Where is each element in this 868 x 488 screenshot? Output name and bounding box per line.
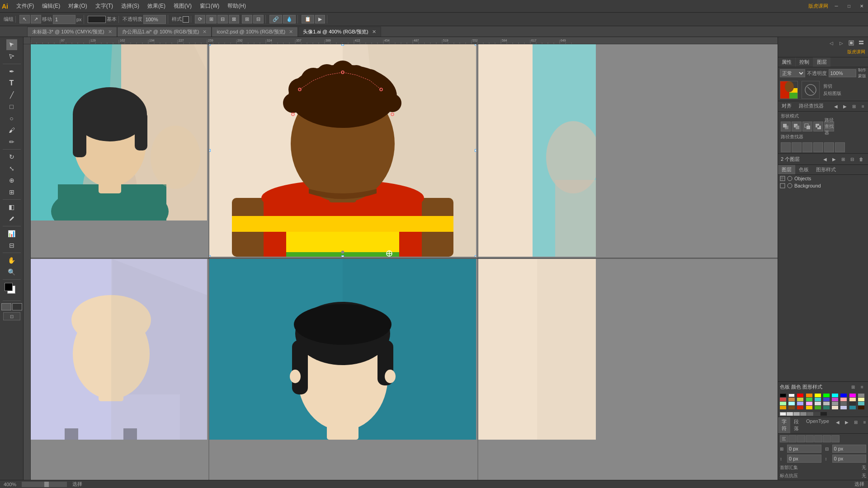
swatch-peach[interactable] xyxy=(849,398,856,401)
frame-mode-btn[interactable]: ⊡ xyxy=(3,312,20,320)
tab-0-close[interactable]: ✕ xyxy=(108,29,112,35)
arrange-btn[interactable]: 📋 xyxy=(302,15,314,23)
swatch-teal3[interactable] xyxy=(849,406,856,409)
layer-btn-1[interactable]: ◀ xyxy=(821,155,829,163)
tool-ellipse[interactable]: ○ xyxy=(6,113,17,124)
tool-select-btn[interactable]: ↖ xyxy=(19,15,30,23)
char-btn-1[interactable]: ◀ xyxy=(834,418,842,426)
expand-btn[interactable]: 路径查找器 xyxy=(824,122,834,131)
pf-btn-4[interactable]: ≡ xyxy=(859,102,867,110)
tool-pencil[interactable]: ✏ xyxy=(6,136,17,147)
swatch-purple[interactable] xyxy=(832,398,838,401)
pf-btn-1[interactable]: ◀ xyxy=(832,102,840,110)
menu-object[interactable]: 对象(O) xyxy=(65,1,90,11)
eyedrop-btn[interactable]: 💧 xyxy=(283,15,296,23)
swatch-midgray[interactable] xyxy=(832,402,838,405)
layer-item-objects[interactable]: Objects xyxy=(778,175,868,182)
tool-zoom[interactable]: 🔍 xyxy=(6,267,17,277)
tool-selection[interactable] xyxy=(6,39,17,50)
canvas-area[interactable]: 9712916219422725929232435738942245448751… xyxy=(24,37,778,488)
tool-pen[interactable]: ✒ xyxy=(6,66,17,77)
layer-btn-5[interactable]: 🗑 xyxy=(857,155,865,163)
pf-btn-3[interactable]: ⊞ xyxy=(850,102,858,110)
swatch-btn-2[interactable]: ≡ xyxy=(858,383,866,391)
tool-eyedropper[interactable] xyxy=(6,213,17,224)
swatch-mint[interactable] xyxy=(780,402,786,405)
swatch-c4[interactable] xyxy=(807,412,813,416)
pf-op-6[interactable] xyxy=(835,142,845,152)
swatch-cream[interactable] xyxy=(858,398,864,401)
swatch-darkteal[interactable] xyxy=(823,406,830,409)
swatch-periwinkle[interactable] xyxy=(840,406,847,409)
opentype-tab[interactable]: OpenType xyxy=(802,417,833,433)
swatch-silver[interactable] xyxy=(823,402,830,405)
layer-btn-4[interactable]: ⊟ xyxy=(848,155,856,163)
tool-graph[interactable]: 📊 xyxy=(6,228,17,239)
align-left-btn[interactable] xyxy=(780,435,788,442)
swatch-darkgreen[interactable] xyxy=(815,406,821,409)
swatch-brightyellow[interactable] xyxy=(806,406,812,409)
layer-tab-color[interactable]: 色板 xyxy=(795,165,812,174)
align-btn[interactable]: ⊞ xyxy=(206,15,217,23)
panel-tab-attributes[interactable]: 属性 xyxy=(778,57,796,67)
align-h-btn[interactable]: ⊞ xyxy=(242,15,252,23)
swatch-darkred2[interactable] xyxy=(797,406,803,409)
layer-btn-3[interactable]: ⊞ xyxy=(839,155,847,163)
align-v-btn[interactable]: ⊟ xyxy=(253,15,264,23)
tool-mesh[interactable]: ⊞ xyxy=(6,187,17,197)
pf-op-4[interactable] xyxy=(813,142,823,152)
tab-2-close[interactable]: ✕ xyxy=(289,29,293,35)
swatch-red[interactable] xyxy=(797,394,803,397)
shape-btn-2[interactable] xyxy=(792,122,802,131)
opacity-input[interactable] xyxy=(143,15,166,24)
swatch-c6[interactable] xyxy=(821,412,827,416)
opacity-value-input[interactable] xyxy=(829,69,857,77)
tab-0[interactable]: 未标题-3* @ 100% (CMYK/预览) ✕ xyxy=(27,27,117,37)
align-tab[interactable]: 对齐 xyxy=(778,101,795,111)
menu-select[interactable]: 选择(S) xyxy=(118,1,143,11)
menu-window[interactable]: 窗口(W) xyxy=(196,1,223,11)
swatch-lightgray[interactable] xyxy=(815,402,821,405)
panel-tab-layers[interactable]: 图层 xyxy=(813,57,830,67)
menu-edit[interactable]: 编辑(E) xyxy=(38,1,64,11)
tool-paintbrush[interactable]: 🖌 xyxy=(6,125,17,136)
tab-3-close[interactable]: ✕ xyxy=(372,29,376,35)
tool-blend[interactable]: ⊕ xyxy=(6,175,17,186)
swatch-skin[interactable] xyxy=(832,406,838,409)
char-btn-4[interactable]: ≡ xyxy=(861,418,868,426)
tool-gradient[interactable]: ◧ xyxy=(6,202,17,212)
tab-1[interactable]: 办公用品1.ai* @ 100% (RGB/预览) ✕ xyxy=(117,27,212,37)
align-right-btn[interactable] xyxy=(797,435,805,442)
link-btn[interactable]: 🔗 xyxy=(269,15,282,23)
swatch-darkgray[interactable] xyxy=(840,402,847,405)
swatch-lavender[interactable] xyxy=(797,402,803,405)
char-btn-2[interactable]: ▶ xyxy=(843,418,851,426)
swatch-yellow[interactable] xyxy=(815,394,821,397)
transform-btn[interactable]: ⊠ xyxy=(229,15,239,23)
space-before-input[interactable] xyxy=(787,455,821,463)
panel-tab-control[interactable]: 控制 xyxy=(796,57,813,67)
swatch-lime[interactable] xyxy=(806,398,812,401)
shape-btn-1[interactable] xyxy=(781,122,791,131)
tool-scale[interactable]: ⤡ xyxy=(6,163,17,174)
tool-line[interactable]: ╱ xyxy=(6,89,17,100)
swatch-gold[interactable] xyxy=(780,406,786,409)
tool-direct-btn[interactable]: ↗ xyxy=(31,15,41,23)
swatch-lightcyan[interactable] xyxy=(788,402,795,405)
swatch-c5[interactable] xyxy=(814,412,820,416)
swatch-cyan[interactable] xyxy=(832,394,838,397)
maximize-button[interactable]: □ xyxy=(844,3,854,9)
layer-tab-style[interactable]: 图形样式 xyxy=(812,165,840,174)
menu-text[interactable]: 文字(T) xyxy=(92,1,117,11)
swatch-white[interactable] xyxy=(788,394,795,397)
swatch-navy[interactable] xyxy=(823,398,830,401)
swatch-olive[interactable] xyxy=(797,398,803,401)
swatch-blackbrown[interactable] xyxy=(858,406,864,409)
refresh-btn[interactable]: ⟳ xyxy=(195,15,205,23)
para-tab[interactable]: 段落 xyxy=(790,417,802,433)
char-btn-3[interactable]: ⊞ xyxy=(852,418,860,426)
swatch-green[interactable] xyxy=(823,394,830,397)
tool-artboard[interactable]: ⊟ xyxy=(6,240,17,251)
shape-btn-4[interactable] xyxy=(813,122,823,131)
color-boxes[interactable] xyxy=(5,283,19,297)
